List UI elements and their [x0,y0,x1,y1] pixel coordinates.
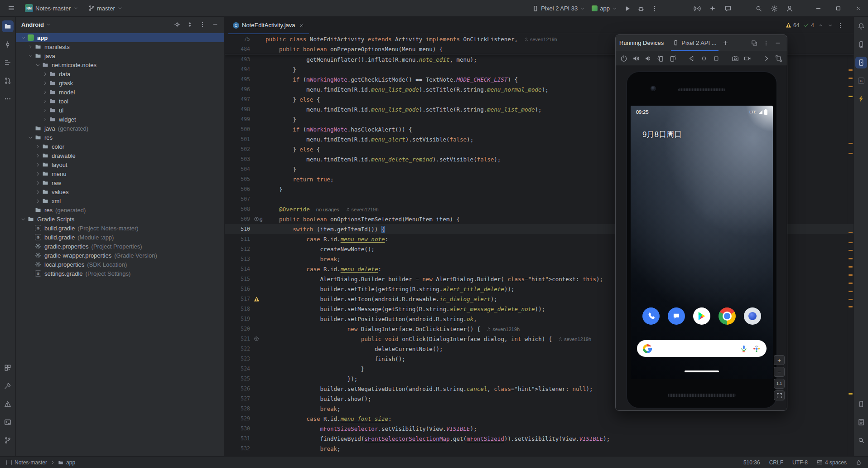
back-button[interactable] [688,55,695,62]
line-number[interactable]: 493 [225,56,254,63]
inspection-mark[interactable] [849,232,853,233]
device-tab-pixel2[interactable]: Pixel 2 API ... [669,35,720,51]
line-number[interactable]: 509 [225,216,254,222]
camera-app-icon[interactable] [744,307,761,325]
overriding-method-icon[interactable] [254,336,259,341]
screen-record-button[interactable] [744,55,751,62]
zoom-to-fit-button[interactable] [774,390,785,400]
line-number[interactable]: 520 [225,326,254,332]
tree-item-model[interactable]: model [16,88,224,97]
zoom-out-button[interactable]: − [774,367,785,377]
code-text[interactable]: builder.setIcon(android.R.drawable.ic_di… [265,296,497,302]
services-tool-button[interactable] [2,362,14,374]
tab-noteeditactivity[interactable]: C NoteEditActivity.java [228,17,309,34]
line-number[interactable]: 514 [225,266,254,272]
tree-item-res[interactable]: res(generated) [16,205,224,214]
line-number[interactable]: 519 [225,316,254,322]
caret-position[interactable]: 510:36 [743,459,760,466]
line-number[interactable]: 507 [225,196,254,202]
code-text[interactable]: } [265,166,296,173]
line-number[interactable]: 530 [225,425,254,432]
tree-item-settings-gradle[interactable]: Gsettings.gradle(Project Settings) [16,269,224,278]
line-number[interactable]: 512 [225,246,254,252]
tree-item-ui[interactable]: ui [16,106,224,115]
hide-panel-button[interactable] [210,19,221,30]
logcat-tool-button[interactable] [855,416,867,428]
line-number[interactable]: 521 [225,336,254,342]
indent-config[interactable]: 4 spaces [817,459,847,466]
rotate-left-button[interactable] [657,55,664,62]
line-number[interactable]: 508 [225,206,254,212]
tree-item-xml[interactable]: xml [16,196,224,205]
line-number[interactable]: 499 [225,116,254,122]
project-widget[interactable]: NM Notes-master [22,2,82,14]
tree-item-gradle-properties[interactable]: gradle.properties(Project Properties) [16,242,224,251]
inspection-mark[interactable] [849,258,853,259]
structure-tool-button[interactable] [2,57,14,68]
project-tool-button[interactable] [2,20,14,32]
inspection-mark[interactable] [849,306,853,307]
tree-item-gtask[interactable]: gtask [16,78,224,88]
inspection-mark[interactable] [849,393,853,395]
device-frame-button[interactable] [775,55,782,62]
line-number[interactable]: 484 [225,46,254,52]
tree-item-layout[interactable]: layout [16,160,224,169]
inspection-mark[interactable] [849,250,853,251]
line-number[interactable]: 528 [225,405,254,412]
run-config-selector[interactable]: app [588,3,621,14]
rotate-right-button[interactable] [669,55,676,62]
inspection-mark[interactable] [849,78,853,79]
line-number[interactable]: 515 [225,276,254,282]
inspection-mark[interactable] [849,274,853,276]
line-number[interactable]: 524 [225,366,254,372]
code-text[interactable]: AlertDialog.Builder builder = new AlertD… [265,276,603,283]
code-text[interactable]: } [265,366,364,372]
line-number[interactable]: 498 [225,106,254,112]
line-number[interactable]: 518 [225,306,254,312]
code-text[interactable]: new DialogInterface.OnClickListener() {s… [265,326,520,332]
inspection-mark[interactable] [849,86,853,87]
home-gesture-bar[interactable] [685,370,719,372]
line-number[interactable]: 523 [225,356,254,362]
tree-item-java[interactable]: java(generated) [16,124,224,133]
device-explorer-button[interactable] [855,398,867,410]
code-text[interactable]: break; [265,256,341,263]
code-text[interactable]: finish(); [265,356,405,362]
line-number[interactable]: 502 [225,146,254,152]
line-separator[interactable]: CRLF [769,459,783,466]
phone-screen[interactable]: 09:25 LTE 9月8日周日 [631,106,773,379]
code-text[interactable]: findViewById(sFontSelectorSelectionMap.g… [265,435,610,442]
inspection-mark[interactable] [849,291,853,292]
device-manager-button[interactable] [855,39,867,50]
close-tab-icon[interactable] [299,23,304,28]
code-text[interactable]: builder.setPositiveButton(android.R.stri… [265,316,477,322]
code-text[interactable]: public void onClick(DialogInterface dial… [265,336,591,342]
chevron-open-icon[interactable] [27,134,34,141]
inspection-mark[interactable] [849,96,853,97]
code-text[interactable]: getMenuInflater().inflate(R.menu.note_ed… [265,56,477,63]
voice-search-icon[interactable] [740,345,748,353]
line-number[interactable]: 497 [225,96,254,102]
tree-item-java[interactable]: java [16,51,224,60]
next-problem-button[interactable] [828,23,833,28]
code-text[interactable]: createNewNote(); [265,246,375,253]
code-text[interactable]: public boolean onPrepareOptionsMenu(Menu… [265,46,443,53]
inspection-marker-bar[interactable] [847,34,854,456]
screenshot-button[interactable] [732,55,739,62]
inspection-mark[interactable] [849,69,853,71]
line-number[interactable]: 495 [225,76,254,83]
inspection-mark[interactable] [849,242,853,243]
line-number[interactable]: 510 [225,226,254,232]
code-text[interactable]: menu.findItem(R.id.menu_alert).setVisibl… [265,136,473,143]
chevron-down-icon[interactable] [46,22,51,27]
code-text[interactable]: mFontSizeSelector.setVisibility(View.VIS… [265,425,477,432]
code-text[interactable]: builder.show(); [265,395,371,402]
code-text[interactable]: break; [265,445,341,452]
code-text[interactable]: builder.setNegativeButton(android.R.stri… [265,385,593,392]
line-number[interactable]: 494 [225,66,254,73]
line-number[interactable]: 513 [225,256,254,262]
code-text[interactable]: deleteCurrentNote(); [265,346,443,352]
problems-tool-button[interactable] [2,398,14,410]
code-text[interactable]: @Overrideno usagesseven1219h [265,206,379,213]
main-menu-button[interactable] [5,1,18,15]
